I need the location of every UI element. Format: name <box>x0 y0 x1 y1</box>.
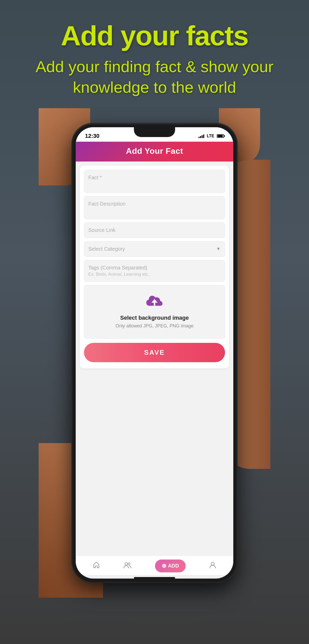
tags-example: Ex: Birds, Animal, Learning etc.. <box>88 272 221 277</box>
nav-add-button[interactable]: ⊕ ADD <box>155 560 186 572</box>
form-card: Fact * Fact Description Source Link <box>80 166 229 368</box>
lte-label: LTE <box>207 134 214 138</box>
nav-friends[interactable] <box>123 561 132 570</box>
nav-profile[interactable] <box>209 561 216 570</box>
status-icons: LTE <box>199 134 224 138</box>
battery-icon <box>217 134 224 138</box>
sub-title: Add your finding fact & show your knowle… <box>15 56 294 98</box>
profile-icon <box>209 561 216 570</box>
phone-screen: 12:30 LTE <box>76 127 233 579</box>
category-select[interactable]: Select Category ▼ <box>84 241 225 257</box>
fact-label: Fact * <box>88 175 221 181</box>
source-link-label: Source Link <box>88 227 221 233</box>
svg-point-2 <box>125 563 127 565</box>
upload-area[interactable]: Select background image Only allowed JPG… <box>84 285 225 339</box>
home-bar <box>134 577 175 579</box>
main-title: Add your facts <box>15 21 294 51</box>
phone-frame: 12:30 LTE <box>72 124 237 582</box>
plus-icon: ⊕ <box>162 563 166 569</box>
friends-icon <box>123 561 132 570</box>
upload-title: Select background image <box>89 315 220 321</box>
status-time: 12:30 <box>85 133 99 139</box>
fact-description-label: Fact Description <box>88 201 221 207</box>
chevron-down-icon: ▼ <box>216 246 221 252</box>
fact-description-field[interactable]: Fact Description <box>84 196 225 219</box>
phone-mockup: 12:30 LTE <box>39 108 270 598</box>
home-icon <box>93 561 100 570</box>
signal-icon <box>199 134 204 138</box>
upload-cloud-icon <box>89 294 220 311</box>
header-section: Add your facts Add your finding fact & s… <box>0 21 309 98</box>
upload-subtitle: Only allowed JPG, JPEG, PNG image <box>89 323 220 329</box>
nav-home[interactable] <box>93 561 100 570</box>
save-button[interactable]: SAVE <box>84 343 225 362</box>
tags-field[interactable]: Tags (Comma Separated) Ex: Birds, Animal… <box>84 260 225 282</box>
app-title: Add Your Fact <box>81 146 228 156</box>
category-label: Select Category <box>88 246 125 252</box>
phone-notch <box>134 127 175 137</box>
bottom-nav: ⊕ ADD <box>76 556 233 575</box>
nav-add-label: ADD <box>168 563 179 569</box>
tags-label: Tags (Comma Separated) <box>88 265 221 271</box>
source-link-field[interactable]: Source Link <box>84 222 225 238</box>
app-body: Fact * Fact Description Source Link <box>76 162 233 556</box>
app-header: Add Your Fact <box>76 142 233 162</box>
screen-content: Add Your Fact Fact * Fact Desc <box>76 142 233 579</box>
svg-point-3 <box>128 563 130 565</box>
fact-field[interactable]: Fact * <box>84 170 225 193</box>
